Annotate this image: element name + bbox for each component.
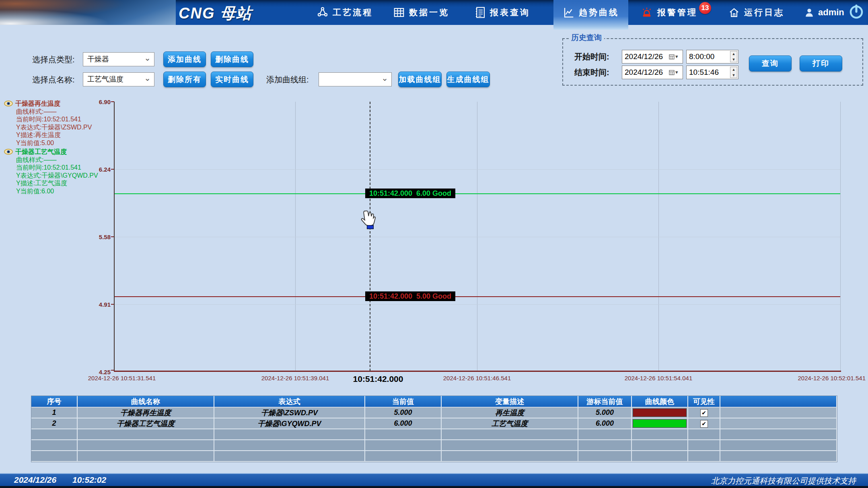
visibility-checkbox[interactable]: ✔	[700, 420, 708, 428]
status-time: 10:52:02	[72, 475, 106, 485]
cell-curve-color	[632, 418, 688, 429]
time-spinner[interactable]: ▲▼	[730, 51, 737, 62]
alarm-count-badge: 13	[699, 2, 711, 14]
load-curve-group-button[interactable]: 加载曲线组	[398, 72, 442, 87]
horizontal-gridline	[115, 237, 840, 237]
support-credit: 北京力控元通科技有限公司提供技术支持	[711, 476, 856, 486]
query-button[interactable]: 查询	[749, 55, 792, 72]
legend-line: Y描述:再生温度	[16, 131, 92, 139]
print-button[interactable]: 打印	[800, 55, 842, 72]
end-time-field[interactable]: 10:51:46 ▲▼	[686, 66, 738, 79]
time-spinner[interactable]: ▲▼	[730, 67, 737, 78]
col-header-curve-name: 曲线名称	[78, 396, 214, 408]
realtime-curve-button[interactable]: 实时曲线	[211, 72, 253, 87]
x-axis-tick-label: 2024-12-26 10:51:54.041	[625, 375, 692, 381]
alarm-icon	[640, 6, 653, 19]
add-curve-button[interactable]: 添加曲线	[163, 51, 206, 67]
status-bar: 2024/12/26 10:52:02 北京力控元通科技有限公司提供技术支持	[0, 473, 868, 486]
eye-visibility-icon[interactable]	[4, 100, 13, 107]
banner-image	[0, 0, 176, 25]
username-label: admin	[818, 7, 844, 18]
cell-expression: 干燥器\GYQWD.PV	[214, 418, 365, 429]
cell-index: 1	[31, 408, 78, 418]
end-date-value: 2024/12/26	[625, 68, 663, 76]
legend-line: 当前时间:10:52:01.541	[16, 115, 92, 123]
table-row-empty	[31, 429, 837, 440]
visibility-checkbox[interactable]: ✔	[700, 409, 708, 417]
nav-item-data-overview[interactable]: 数据一览	[393, 0, 449, 25]
table-row[interactable]: 1 干燥器再生温度 干燥器\ZSWD.PV 5.000 再生温度 5.000 ✔	[31, 408, 837, 418]
end-time-label: 结束时间:	[574, 66, 609, 79]
x-axis-tick-label: 2024-12-26 10:51:46.541	[443, 375, 511, 381]
x-axis-tick-label: 2024-12-26 10:52:01.541	[798, 375, 866, 381]
nav-label: 报警管理	[657, 7, 697, 18]
legend-title: 干燥器再生温度	[15, 100, 60, 108]
legend-line: Y描述:工艺气温度	[16, 179, 98, 187]
user-menu[interactable]: admin	[804, 0, 844, 25]
table-row[interactable]: 2 干燥器工艺气温度 干燥器\GYQWD.PV 6.000 工艺气温度 6.00…	[31, 418, 837, 429]
delete-curve-button[interactable]: 删除曲线	[211, 51, 253, 67]
nav-item-alarm-management[interactable]: 报警管理	[640, 0, 697, 25]
legend-line: Y表达式:干燥器\ZSWD.PV	[16, 123, 92, 131]
start-time-field[interactable]: 8:00:00 ▲▼	[686, 50, 738, 64]
eye-visibility-icon[interactable]	[4, 149, 13, 155]
cell-cursor-value: 5.000	[578, 408, 632, 418]
curve-group-select[interactable]	[319, 72, 392, 86]
col-header-variable-desc: 变量描述	[442, 396, 578, 408]
user-icon	[804, 7, 815, 18]
calendar-icon[interactable]	[669, 68, 681, 76]
legend-line: Y当前值:6.00	[16, 187, 98, 195]
point-name-value: 工艺气温度	[87, 75, 123, 83]
cell-blank	[720, 408, 837, 418]
x-axis-tick-label: 2024-12-26 10:51:39.041	[261, 375, 329, 381]
cell-variable-desc: 再生温度	[442, 408, 578, 418]
data-table-icon	[393, 6, 405, 18]
nav-label: 趋势曲线	[579, 7, 619, 18]
cell-visibility: ✔	[688, 408, 720, 418]
nav-item-process-flow[interactable]: 工艺流程	[317, 0, 373, 25]
start-time-value: 8:00:00	[689, 52, 714, 61]
power-button[interactable]	[848, 3, 865, 20]
col-header-curve-color: 曲线颜色	[632, 396, 688, 408]
cell-cursor-value: 6.000	[578, 418, 632, 429]
legend-line: Y当前值:5.00	[16, 139, 92, 147]
cell-current-value: 5.000	[365, 408, 442, 418]
legend-line: 曲线样式:——	[16, 156, 98, 164]
point-name-select[interactable]: 工艺气温度	[83, 72, 154, 86]
x-axis-tick-label: 2024-12-26 10:51:31.541	[88, 375, 156, 381]
cursor-time-label: 10:51:42.000	[353, 374, 403, 384]
cell-variable-desc: 工艺气温度	[442, 418, 578, 429]
cell-curve-name: 干燥器工艺气温度	[78, 418, 214, 429]
start-date-field[interactable]: 2024/12/26	[622, 50, 683, 64]
col-header-visibility: 可见性	[688, 396, 720, 408]
nav-item-report-query[interactable]: 报表查询	[475, 0, 530, 25]
y-axis-tick-label: 4.91	[82, 301, 111, 308]
nav-item-trend-curve-active[interactable]: 趋势曲线	[553, 0, 628, 30]
cell-curve-name: 干燥器再生温度	[78, 408, 214, 418]
vertical-gridline	[840, 102, 841, 371]
bottom-edge	[0, 486, 868, 488]
series-line-process-gas-temp	[115, 193, 840, 194]
point-type-select[interactable]: 干燥器	[83, 52, 154, 66]
vertical-gridline	[477, 102, 477, 371]
vertical-gridline	[658, 102, 659, 371]
col-header-cursor-value: 游标当前值	[578, 396, 632, 408]
app-logo: CNG 母站	[179, 3, 252, 24]
y-axis-tick-label: 5.58	[82, 234, 111, 240]
nav-label: 工艺流程	[333, 7, 373, 18]
delete-all-button[interactable]: 删除所有	[163, 72, 206, 87]
start-date-value: 2024/12/26	[625, 52, 663, 61]
app-window: CNG 母站 工艺流程 数据一览 报表查询	[0, 0, 868, 488]
end-date-field[interactable]: 2024/12/26	[622, 66, 683, 79]
curve-color-swatch	[633, 408, 687, 417]
generate-curve-group-button[interactable]: 生成曲线组	[446, 72, 490, 87]
calendar-icon[interactable]	[669, 53, 681, 61]
start-time-label: 开始时间:	[574, 50, 609, 64]
end-time-value: 10:51:46	[689, 68, 719, 76]
nav-item-run-log[interactable]: 运行日志	[728, 0, 784, 25]
chart-cursor-line[interactable]	[370, 102, 370, 371]
cell-curve-color	[632, 408, 688, 418]
col-header-index: 序号	[31, 396, 78, 408]
home-icon	[728, 6, 740, 18]
nav-label: 数据一览	[409, 7, 449, 18]
